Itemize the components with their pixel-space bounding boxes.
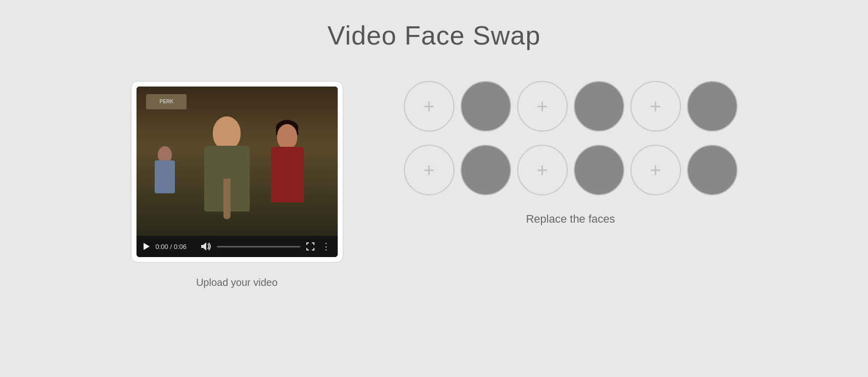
target-face-man5[interactable]	[687, 145, 738, 195]
fullscreen-button[interactable]	[305, 241, 315, 252]
target-face-man1[interactable]	[574, 81, 624, 132]
add-source-face-1[interactable]: +	[404, 81, 454, 132]
video-controls: 0:00 / 0:06 ⋮	[136, 236, 338, 257]
bg-sign: PERK	[146, 94, 187, 109]
video-scene: PERK	[136, 87, 338, 236]
target-face-man3[interactable]	[461, 145, 511, 195]
secondary-person	[267, 124, 307, 205]
secondary-person-head	[277, 124, 297, 149]
plus-icon-2: +	[536, 97, 547, 116]
bg-person-body	[155, 160, 175, 193]
add-source-face-3[interactable]: +	[630, 81, 681, 132]
volume-button[interactable]	[201, 241, 212, 252]
target-face-man4[interactable]	[574, 145, 624, 195]
add-source-face-4[interactable]: +	[404, 145, 454, 195]
time-display: 0:00 / 0:06	[156, 243, 194, 250]
video-section-label: Upload your video	[196, 277, 278, 288]
plus-icon-1: +	[423, 97, 434, 116]
main-person-tie	[223, 179, 231, 219]
plus-icon-3: +	[650, 97, 661, 116]
secondary-person-body	[271, 147, 304, 202]
face-row-1: + + +	[404, 81, 738, 132]
main-person-body	[204, 146, 250, 212]
plus-icon-6: +	[650, 160, 661, 180]
video-player[interactable]: PERK	[136, 87, 338, 257]
video-frame: PERK	[136, 87, 338, 236]
plus-icon-4: +	[423, 160, 434, 180]
video-section: PERK	[131, 81, 343, 288]
target-face-blonde-woman[interactable]	[461, 81, 511, 132]
page-title: Video Face Swap	[328, 20, 541, 51]
add-source-face-2[interactable]: +	[517, 81, 568, 132]
plus-icon-5: +	[536, 160, 547, 180]
faces-section: + + + + +	[404, 81, 738, 226]
face-row-2: + + +	[404, 145, 738, 195]
fullscreen-icon	[306, 242, 315, 251]
more-options-button[interactable]: ⋮	[321, 241, 332, 252]
add-source-face-6[interactable]: +	[630, 145, 681, 195]
background-person	[152, 146, 177, 197]
main-person-head	[213, 116, 241, 149]
add-source-face-5[interactable]: +	[517, 145, 568, 195]
target-face-man2[interactable]	[687, 81, 738, 132]
progress-bar[interactable]	[217, 246, 300, 247]
play-button[interactable]	[143, 242, 151, 250]
play-icon	[144, 243, 150, 250]
main-person	[197, 116, 257, 218]
faces-section-label: Replace the faces	[526, 213, 615, 226]
volume-icon	[201, 242, 211, 250]
video-wrapper: PERK	[131, 81, 343, 263]
main-content: PERK	[0, 81, 868, 288]
